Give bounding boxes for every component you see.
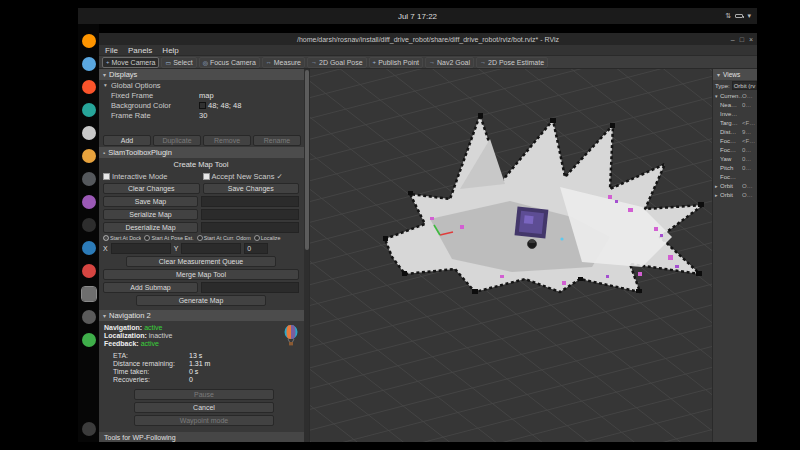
tool-move-camera[interactable]: +Move Camera	[102, 57, 159, 68]
save-map-field[interactable]	[201, 196, 299, 207]
clear-changes-button[interactable]: Clear Changes	[103, 183, 200, 194]
radio-start-at-dock[interactable]: Start At Dock	[103, 235, 141, 241]
ubuntu-software-icon[interactable]	[82, 149, 96, 163]
generate-map-button[interactable]: Generate Map	[136, 295, 266, 306]
brave-icon[interactable]	[82, 80, 96, 94]
views-row-1[interactable]: Nea…0…	[713, 100, 757, 109]
create-map-tool-label: Create Map Tool	[99, 160, 303, 170]
clock[interactable]: Jul 7 17:22	[398, 12, 437, 21]
save-map-button[interactable]: Save Map	[103, 196, 198, 207]
views-row-10[interactable]: ▸OrbitO…	[713, 181, 757, 190]
stat-label: Time taken:	[113, 368, 189, 375]
value-text: 48; 48; 48	[208, 101, 241, 110]
radio-start-at-curr-odom[interactable]: Start At Curr. Odom	[197, 235, 251, 241]
views-type-dropdown[interactable]: Orbit (rv	[732, 81, 757, 90]
property-row-global-options[interactable]: ▾Global Options	[99, 80, 309, 90]
pose-field-y[interactable]	[181, 243, 241, 254]
displays-panel-header[interactable]: ▾ Displays	[99, 69, 309, 80]
add-button[interactable]: Add	[103, 135, 151, 146]
serialize-map-field[interactable]	[201, 209, 299, 220]
rename-button[interactable]: Rename	[253, 135, 301, 146]
views-row-3[interactable]: Targ…<F…	[713, 118, 757, 127]
tool-2d-pose-estimate[interactable]: →2D Pose Estimate	[476, 57, 548, 68]
radio-label: Start At Curr. Odom	[204, 235, 251, 241]
tool-select[interactable]: ▭Select	[161, 57, 196, 68]
menu-panels[interactable]: Panels	[128, 46, 152, 55]
views-panel-header[interactable]: ▾ Views	[713, 69, 757, 80]
tool-focus-camera[interactable]: ◎Focus Camera	[199, 57, 260, 68]
tool-measure[interactable]: ↔Measure	[262, 57, 305, 68]
views-property-name: Pitch	[720, 165, 742, 171]
wp-following-panel-header[interactable]: Tools for WP-Following	[99, 432, 309, 442]
close-icon[interactable]: ×	[749, 36, 753, 43]
radio-label: Localize	[261, 235, 281, 241]
extensions-icon[interactable]	[82, 333, 96, 347]
show-apps-icon[interactable]	[82, 422, 96, 436]
views-row-5[interactable]: Foc…<F…	[713, 136, 757, 145]
radio-localize[interactable]: Localize	[254, 235, 281, 241]
menu-file[interactable]: File	[105, 46, 118, 55]
system-tray[interactable]: ⇅ ▾	[726, 8, 751, 24]
serialize-map-button[interactable]: Serialize Map	[103, 209, 198, 220]
chromium-icon[interactable]	[82, 57, 96, 71]
checkbox-accept-new-scans[interactable]: Accept New Scans ✓	[203, 172, 300, 181]
views-row-8[interactable]: Pitch0…	[713, 163, 757, 172]
checkbox-label: Accept New Scans ✓	[212, 172, 283, 181]
tool-2d-goal-pose[interactable]: →2D Goal Pose	[307, 57, 367, 68]
tweaks-icon[interactable]	[82, 310, 96, 324]
pose-label-x: X	[103, 245, 108, 252]
property-row-background-color[interactable]: Background Color48; 48; 48	[99, 100, 309, 110]
add-submap-button[interactable]: Add Submap	[103, 282, 198, 293]
tool-label: 2D Pose Estimate	[488, 59, 544, 66]
views-row-4[interactable]: Dist…9…	[713, 127, 757, 136]
system-monitor-icon[interactable]	[82, 264, 96, 278]
maximize-icon[interactable]: □	[740, 36, 744, 43]
files-icon[interactable]	[82, 172, 96, 186]
tool-label: 2D Goal Pose	[319, 59, 363, 66]
views-row-11[interactable]: ▸OrbitO…	[713, 190, 757, 199]
property-value[interactable]: 30	[199, 111, 309, 120]
cancel-button[interactable]: Cancel	[134, 402, 274, 413]
text-editor-icon[interactable]	[82, 126, 96, 140]
save-changes-button[interactable]: Save Changes	[203, 183, 300, 194]
vscode-icon[interactable]	[82, 241, 96, 255]
views-row-0[interactable]: ▾Curren…O…	[713, 91, 757, 100]
left-panel-scrollbar[interactable]	[304, 69, 309, 442]
title-bar[interactable]: /home/darsh/rosnav/install/diff_drive_ro…	[99, 33, 757, 45]
clear-measurement-queue-button[interactable]: Clear Measurement Queue	[126, 256, 276, 267]
checkbox-interactive-mode[interactable]: Interactive Mode	[103, 172, 200, 181]
menu-help[interactable]: Help	[162, 46, 178, 55]
merge-map-tool-button[interactable]: Merge Map Tool	[103, 269, 299, 280]
pose-field-x[interactable]	[111, 243, 171, 254]
views-row-7[interactable]: Yaw0…	[713, 154, 757, 163]
deserialize-map-field[interactable]	[201, 222, 299, 233]
teal-app-icon[interactable]	[82, 103, 96, 117]
views-property-name: Targ…	[720, 120, 742, 126]
views-row-2[interactable]: Inve…	[713, 109, 757, 118]
deserialize-map-button[interactable]: Deserialize Map	[103, 222, 198, 233]
remove-button[interactable]: Remove	[203, 135, 251, 146]
property-value[interactable]: map	[199, 91, 309, 100]
tool-label: Select	[173, 59, 192, 66]
duplicate-button[interactable]: Duplicate	[153, 135, 201, 146]
views-row-6[interactable]: Foc…0…	[713, 145, 757, 154]
property-row-frame-rate[interactable]: Frame Rate30	[99, 110, 309, 120]
radio-start-at-pose-est[interactable]: Start At Pose Est.	[144, 235, 193, 241]
terminal-icon[interactable]	[82, 218, 96, 232]
settings-icon[interactable]	[82, 287, 96, 301]
pause-button[interactable]: Pause	[134, 389, 274, 400]
help-icon[interactable]	[82, 195, 96, 209]
views-row-9[interactable]: Foc…	[713, 172, 757, 181]
tool-publish-point[interactable]: +Publish Point	[369, 57, 423, 68]
pose-field-theta[interactable]: 0	[244, 243, 268, 254]
slam-panel-header[interactable]: ▪ SlamToolboxPlugin	[99, 147, 309, 158]
add-submap-field[interactable]	[201, 282, 299, 293]
minimize-icon[interactable]: –	[731, 36, 735, 43]
tool-nav2-goal[interactable]: →Nav2 Goal	[425, 57, 474, 68]
firefox-icon[interactable]	[82, 34, 96, 48]
waypoint-mode-button[interactable]: Waypoint mode	[134, 415, 274, 426]
property-value[interactable]: 48; 48; 48	[199, 101, 309, 110]
3d-viewport[interactable]	[310, 69, 712, 442]
property-row-fixed-frame[interactable]: Fixed Framemap	[99, 90, 309, 100]
nav2-panel-header[interactable]: ▾ Navigation 2	[99, 310, 309, 321]
